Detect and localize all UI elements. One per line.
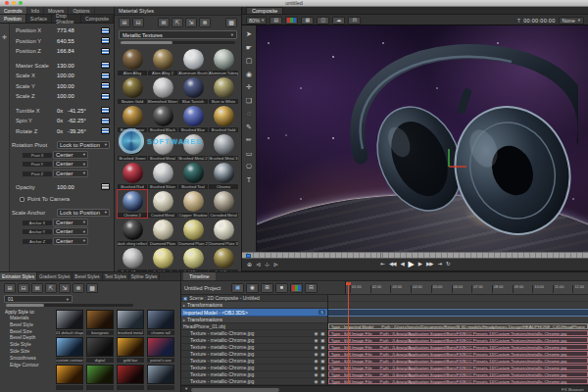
keyframe-toggle-icon[interactable] xyxy=(101,118,110,124)
style-thumbnail[interactable] xyxy=(85,365,115,390)
anchor-dropdown[interactable]: Center▾ xyxy=(53,219,88,226)
controls-subtab[interactable]: Surface xyxy=(26,15,52,23)
timeline-keyframe-area[interactable]: Type : Imported Model Path : /Users/tons… xyxy=(327,295,588,385)
pivot-dropdown[interactable]: Center▾ xyxy=(53,151,88,159)
apply-style-item[interactable]: Materials xyxy=(5,316,54,322)
material-swatch[interactable]: Diamond Plate 2 xyxy=(178,219,208,246)
style-thumbnail[interactable]: 01 default shape xyxy=(55,310,84,335)
pen-tool[interactable]: ✏ xyxy=(244,134,255,145)
channels-icon[interactable]: ▮▮ xyxy=(285,17,298,24)
controls-subtab[interactable]: Composite xyxy=(81,15,114,23)
material-swatch[interactable]: Brushed Silver xyxy=(148,162,177,189)
text-tool[interactable]: T xyxy=(244,174,255,185)
transformations-group-row[interactable]: ▸ Transformations xyxy=(181,317,327,323)
keyframe-toggle-icon[interactable] xyxy=(101,37,110,44)
grid-view-icon[interactable]: ▩ xyxy=(225,18,237,27)
visibility-eye-icon[interactable]: ◉ xyxy=(314,338,318,343)
fast-rewind-button[interactable]: ◀◀ xyxy=(389,262,395,268)
material-swatch[interactable]: Brushed Black xyxy=(148,105,177,132)
material-swatch[interactable]: Bronze Armor xyxy=(118,105,147,132)
material-swatch[interactable]: Chrome xyxy=(209,162,238,189)
camera-keyframe-icon[interactable]: ⊕ xyxy=(247,262,252,268)
material-swatch[interactable]: Diamond Plate 3 xyxy=(209,219,238,246)
keyframe-toggle-icon[interactable] xyxy=(101,48,110,55)
anchor-dropdown[interactable]: Center▾ xyxy=(53,237,88,245)
controls-tab[interactable]: Controls xyxy=(0,7,27,14)
add-track-icon[interactable]: ⊞ xyxy=(261,283,273,293)
timeline-ruler[interactable]: 01:0002:0003:0004:0005:0006:0007:0008:00… xyxy=(345,281,588,294)
new-folder-icon[interactable]: ⊞ xyxy=(4,283,16,293)
style-thumbnail[interactable]: chrome tall xyxy=(146,310,175,335)
material-swatch[interactable]: Blemished Silver xyxy=(148,76,177,104)
texture-photo-icon[interactable]: ▣ xyxy=(320,352,324,357)
material-swatch[interactable]: Aluminum Tubing xyxy=(209,48,238,75)
next-keyframe-icon[interactable]: ⊳ xyxy=(273,262,278,268)
apply-style-item[interactable]: Edge Contour xyxy=(5,363,54,369)
keyframe-toggle-icon[interactable] xyxy=(101,27,110,34)
camera-view-icon[interactable]: ⊡ xyxy=(348,17,361,24)
material-swatch[interactable]: Burn to White xyxy=(209,76,238,104)
delete-style-icon[interactable]: ⊗ xyxy=(73,283,84,293)
styles-tab[interactable]: Bevel Styles xyxy=(73,272,102,280)
scene-row[interactable]: ▣ Scene : 2D Composite - Untitled xyxy=(181,295,327,302)
preview-scrubber[interactable] xyxy=(242,252,588,259)
material-swatch[interactable]: Alien Alloy xyxy=(118,48,147,75)
orbit-tool[interactable]: ◉ xyxy=(244,69,255,79)
material-swatch[interactable]: Alien Alloy 2 xyxy=(148,48,177,75)
param-value[interactable]: 0x -41.25° xyxy=(57,108,101,114)
timecode-display[interactable]: 00:00:00:00 xyxy=(523,18,555,24)
style-thumbnail[interactable]: bourgeois xyxy=(85,310,115,335)
transformations-group-row[interactable]: ▸ Transformations xyxy=(181,302,327,309)
style-thumbnail[interactable]: patriot's ave xyxy=(146,337,175,363)
point-to-camera-checkbox[interactable] xyxy=(20,197,24,202)
scale-anchor-dropdown[interactable]: Lock to Position▾ xyxy=(57,209,110,217)
material-swatch[interactable]: Brushed Metal xyxy=(148,133,177,161)
still-image-info-row[interactable]: Type : Still Image File Path : /Library/… xyxy=(328,344,588,351)
param-value[interactable]: 100.00 xyxy=(57,83,101,89)
layers-tool[interactable]: ❏ xyxy=(244,95,255,106)
texture-row[interactable]: Texture - metallic-Chrome.jpg ◉ ▣ xyxy=(181,337,327,344)
viewport-canvas[interactable] xyxy=(257,25,588,252)
texture-photo-icon[interactable]: ▣ xyxy=(320,372,324,377)
still-image-info-row[interactable]: Type : Still Image File Path : /Library/… xyxy=(328,371,588,378)
material-swatch[interactable]: Foiled Again xyxy=(118,247,147,272)
visibility-eye-icon[interactable]: ◉ xyxy=(314,366,318,370)
timeline-scrollbar[interactable]: ▾ FX Browser xyxy=(181,385,588,392)
material-swatch[interactable]: Diamond Plate xyxy=(148,219,177,246)
texture-photo-icon[interactable]: ▣ xyxy=(320,345,324,350)
lasso-tool[interactable]: ◌ xyxy=(244,108,255,119)
material-swatch[interactable]: Corroded Metal xyxy=(209,190,238,218)
texture-photo-icon[interactable]: ▣ xyxy=(320,366,324,370)
marquee-tool[interactable]: ▢ xyxy=(244,55,255,66)
add-keyframe-icon[interactable]: ⊹ xyxy=(265,262,270,268)
material-swatch[interactable]: Gold Comb xyxy=(148,247,177,272)
rect-tool[interactable]: ▭ xyxy=(244,148,255,159)
step-back-button[interactable]: ◀ xyxy=(400,262,403,268)
scroll-left-icon[interactable]: ▾ xyxy=(185,387,187,392)
style-thumbnail[interactable] xyxy=(55,365,84,390)
param-value[interactable]: 100.00 xyxy=(57,73,101,78)
texture-photo-icon[interactable]: ▣ xyxy=(320,359,324,364)
media-colorbars-icon[interactable]: ▮ xyxy=(290,283,303,293)
environment-icon[interactable]: ☁ xyxy=(332,17,345,24)
new-folder-icon[interactable]: ⊞ xyxy=(119,18,130,27)
polygon-tool[interactable]: ⎔ xyxy=(244,161,255,172)
visibility-eye-icon[interactable]: ◉ xyxy=(314,331,318,336)
apply-style-item[interactable]: Bevel Size xyxy=(5,329,54,336)
styles-tab[interactable]: Gradient Styles xyxy=(37,272,73,280)
delete-style-icon[interactable]: ⊗ xyxy=(199,18,211,27)
apply-style-item[interactable]: Smoothness xyxy=(5,356,54,363)
material-swatch[interactable]: Copper Shadow xyxy=(178,190,208,218)
expand-arrow-icon[interactable]: ▸ xyxy=(183,303,185,308)
style-thumbnail[interactable]: gold bar xyxy=(116,337,145,363)
material-swatch[interactable]: dark shiny reflect xyxy=(118,219,147,246)
loop-button[interactable]: ↻ xyxy=(446,262,450,268)
paste-style-icon[interactable]: ⇲ xyxy=(59,283,71,293)
texture-row[interactable]: Texture - metallic-Chrome.jpg ◉ ▣ xyxy=(181,378,327,385)
display-mode-icon[interactable]: ▤ xyxy=(270,17,282,24)
project-name[interactable]: Untitled Project xyxy=(184,285,229,291)
material-swatch[interactable]: Brushed Red xyxy=(118,162,147,189)
visibility-eye-icon[interactable]: ◉ xyxy=(314,352,318,357)
style-thumbnail[interactable] xyxy=(116,365,145,390)
apply-style-item[interactable]: Bevel Depth xyxy=(5,335,54,342)
